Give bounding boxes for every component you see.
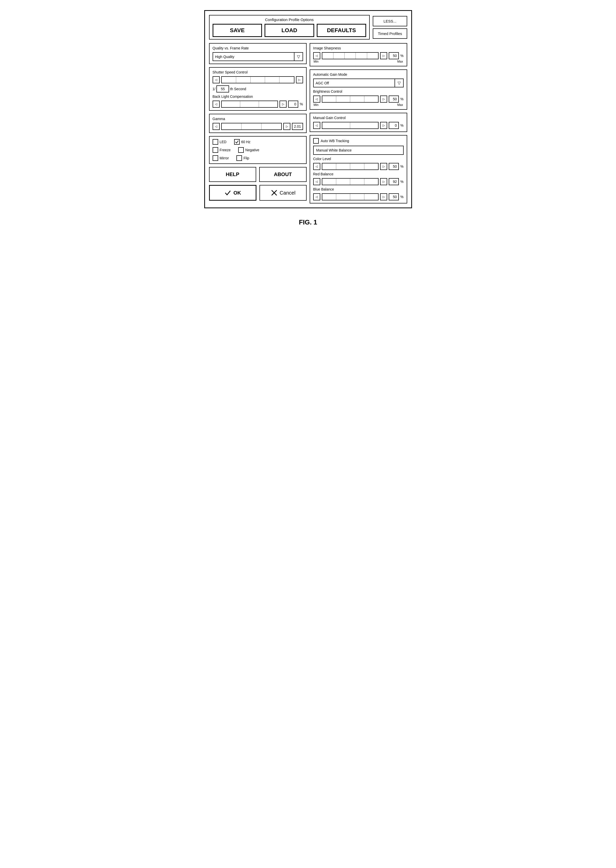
- help-button[interactable]: HELP: [209, 167, 256, 182]
- gain-left-arrow[interactable]: ◁: [313, 122, 320, 129]
- shutter-backlight-panel: Shutter Speed Control ◁ ▷: [209, 67, 306, 111]
- ok-button[interactable]: OK: [209, 185, 257, 201]
- color-title: Color Level: [313, 157, 404, 161]
- save-button[interactable]: SAVE: [212, 24, 262, 37]
- blue-seg-3: [350, 194, 364, 200]
- flip-checkbox-item[interactable]: Flip: [236, 155, 249, 161]
- sharpness-right-arrow[interactable]: ▷: [380, 52, 387, 59]
- quality-dropdown[interactable]: High Quality ▽: [212, 52, 303, 61]
- flip-checkbox[interactable]: [236, 155, 242, 161]
- flip-label: Flip: [244, 156, 249, 160]
- color-left-arrow[interactable]: ◁: [313, 163, 320, 170]
- gain-right-arrow[interactable]: ▷: [380, 122, 387, 129]
- agc-dropdown[interactable]: AGC Off ▽: [313, 78, 404, 88]
- quality-dropdown-arrow[interactable]: ▽: [294, 53, 303, 61]
- negative-checkbox[interactable]: [238, 147, 244, 153]
- brightness-title: Brightness Control: [313, 89, 404, 94]
- color-right-arrow[interactable]: ▷: [380, 163, 387, 170]
- gain-panel: Manual Gain Control ◁ ▷ 0 %: [310, 113, 407, 132]
- brightness-min-max-row: Min Max: [313, 103, 404, 107]
- backlight-title: Back Light Compensation: [212, 94, 303, 99]
- hz60-label: 60 Hz: [241, 140, 251, 144]
- red-right-arrow[interactable]: ▷: [380, 178, 387, 185]
- red-left-arrow[interactable]: ◁: [313, 178, 320, 185]
- gamma-track: [221, 123, 282, 130]
- brightness-right-arrow[interactable]: ▷: [380, 96, 387, 103]
- ok-label: OK: [233, 190, 241, 196]
- red-segments: [322, 179, 378, 185]
- gain-value: 0: [389, 122, 399, 129]
- less-button[interactable]: LESS...: [373, 16, 407, 26]
- mirror-checkbox[interactable]: [212, 155, 218, 161]
- header-section: Configuration Profile Options SAVE LOAD …: [209, 15, 407, 39]
- quality-value: High Quality: [213, 53, 294, 60]
- backlight-pct: %: [300, 102, 303, 106]
- freeze-checkbox-item[interactable]: Freeze: [212, 147, 231, 153]
- checkbox-section: LED 60 Hz Freeze: [209, 136, 306, 164]
- left-column: Quality vs. Frame Rate High Quality ▽ Sh…: [209, 43, 306, 204]
- negative-label: Negative: [245, 148, 259, 152]
- quality-panel: Quality vs. Frame Rate High Quality ▽: [209, 43, 306, 64]
- blue-pct: %: [400, 195, 404, 199]
- blue-right-arrow[interactable]: ▷: [380, 193, 387, 200]
- sharpness-seg-2: [333, 53, 345, 59]
- hz60-checkbox-item[interactable]: 60 Hz: [234, 139, 251, 145]
- backlight-seg-3: [259, 101, 278, 107]
- negative-checkbox-item[interactable]: Negative: [238, 147, 259, 153]
- gamma-slider-row: ◁ ▷ 2.01: [212, 123, 303, 130]
- auto-wb-checkbox[interactable]: [313, 138, 319, 144]
- gain-track: [322, 122, 379, 129]
- red-value: 92: [389, 178, 399, 185]
- led-checkbox[interactable]: [212, 139, 218, 145]
- blue-track: [322, 193, 379, 200]
- agc-dropdown-arrow[interactable]: ▽: [394, 79, 403, 87]
- gamma-right-arrow[interactable]: ▷: [283, 123, 291, 130]
- shutter-right-arrow[interactable]: ▷: [296, 76, 303, 83]
- shutter-seg-1: [222, 77, 236, 83]
- backlight-slider-row: ◁ ▷ 0 %: [212, 100, 303, 108]
- shutter-seg-2: [236, 77, 251, 83]
- fig-label: FIG. 1: [299, 218, 317, 226]
- sharpness-seg-5: [367, 53, 378, 59]
- sharpness-max-label: Max: [397, 60, 403, 63]
- about-button[interactable]: ABOUT: [259, 167, 306, 182]
- backlight-left-arrow[interactable]: ◁: [212, 100, 220, 108]
- load-button[interactable]: LOAD: [264, 24, 314, 37]
- gain-segments: [322, 122, 378, 129]
- gamma-seg-3: [261, 123, 281, 129]
- hz60-checkbox[interactable]: [234, 139, 240, 145]
- defaults-button[interactable]: DEFAULTS: [317, 24, 366, 37]
- timed-profiles-button[interactable]: Timed Profiles: [373, 28, 407, 39]
- manual-wb-box: Manual White Balance: [313, 146, 404, 155]
- gamma-seg-2: [242, 123, 261, 129]
- sharpness-min-label: Min: [314, 60, 319, 63]
- red-seg-1: [322, 179, 336, 185]
- shutter-left-arrow[interactable]: ◁: [212, 76, 220, 83]
- brightness-track: [322, 96, 379, 103]
- color-value: 50: [389, 163, 399, 170]
- shutter-slider-row: ◁ ▷: [212, 76, 303, 83]
- brightness-pct: %: [400, 97, 404, 101]
- red-slider-row: ◁ ▷ 92 %: [313, 178, 404, 185]
- blue-left-arrow[interactable]: ◁: [313, 193, 320, 200]
- checkbox-row-3: Mirror Flip: [212, 155, 303, 161]
- shutter-prefix: 1/: [212, 87, 216, 91]
- cancel-button[interactable]: Cancel: [259, 185, 306, 201]
- gamma-left-arrow[interactable]: ◁: [212, 123, 220, 130]
- shutter-input[interactable]: [217, 85, 229, 93]
- brightness-left-arrow[interactable]: ◁: [313, 96, 320, 103]
- backlight-right-arrow[interactable]: ▷: [280, 100, 287, 108]
- mirror-checkbox-item[interactable]: Mirror: [212, 155, 229, 161]
- brightness-max-label: Max: [397, 103, 403, 107]
- led-checkbox-item[interactable]: LED: [212, 139, 226, 145]
- sharpness-slider-row: ◁ ▷ 50 %: [313, 52, 404, 59]
- red-seg-4: [365, 179, 378, 185]
- sharpness-left-arrow[interactable]: ◁: [313, 52, 320, 59]
- right-column: Image Sharpness ◁ ▷ 50 %: [310, 43, 407, 204]
- config-profile-label: Configuration Profile Options: [212, 17, 366, 22]
- red-track: [322, 178, 379, 185]
- freeze-checkbox[interactable]: [212, 147, 218, 153]
- shutter-title: Shutter Speed Control: [212, 70, 303, 74]
- color-track: [322, 163, 379, 170]
- manual-wb-label: Manual White Balance: [316, 148, 352, 152]
